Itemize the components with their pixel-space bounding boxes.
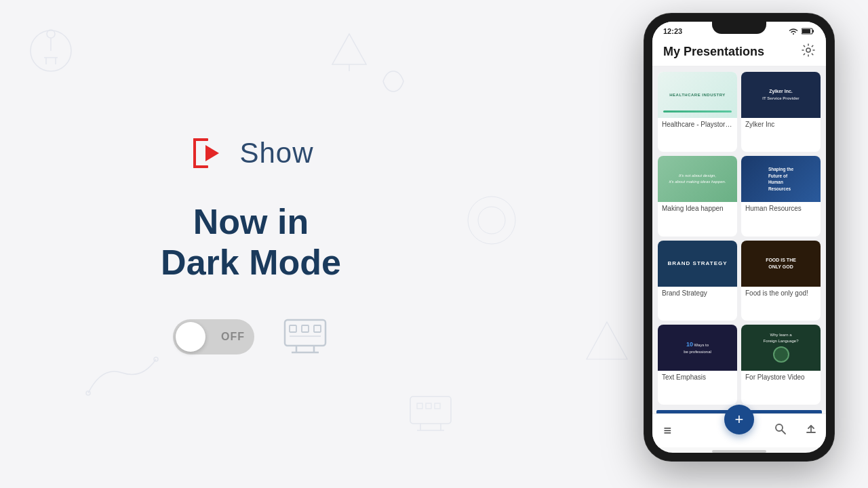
phone-mockup: 12:23 My Presentations (637, 14, 841, 474)
settings-icon[interactable] (802, 43, 815, 60)
app-name: Show (239, 137, 313, 169)
svg-rect-24 (285, 320, 326, 346)
app-title: My Presentations (663, 45, 764, 59)
dark-mode-toggle[interactable]: OFF (173, 319, 254, 354)
svg-rect-20 (193, 138, 196, 168)
svg-rect-33 (812, 30, 814, 33)
thumb-label: HEALTHCARE INDUSTRY (669, 93, 726, 97)
svg-rect-28 (290, 325, 296, 332)
thumb-making-idea: It's not about design,it's about making … (658, 156, 737, 202)
pres-name-4: Human Resources (741, 202, 821, 216)
thumb-label: FOOD IS THEONLY GOD (766, 257, 796, 269)
presentation-item-2[interactable]: Zylker Inc.IT Service Provider Zylker In… (741, 72, 821, 152)
pres-name-2: Zylker Inc (741, 118, 821, 131)
svg-rect-34 (802, 29, 810, 33)
thumb-label: 10 Ways tobe professional (684, 340, 711, 354)
thumb-food: FOOD IS THEONLY GOD (741, 241, 821, 287)
thumb-brand: BRAND STRATEGY (658, 241, 737, 287)
wifi-icon (788, 27, 799, 35)
presentation-item-3[interactable]: It's not about design,it's about making … (658, 156, 737, 236)
presentation-item-8[interactable]: Why learn aForeign Language? For Playsto… (741, 325, 821, 405)
pres-name-7: Text Emphasis (658, 371, 737, 384)
svg-rect-22 (193, 165, 208, 168)
search-icon[interactable] (766, 423, 795, 439)
toggle-knob (176, 322, 205, 352)
svg-marker-23 (205, 145, 219, 161)
status-icons (788, 27, 815, 35)
toggle-area: OFF (173, 317, 329, 357)
pres-name-1: Healthcare - Playstore ... (658, 118, 737, 131)
thumb-playstore: Why learn aForeign Language? (741, 325, 821, 371)
pres-name-8: For Playstore Video (741, 371, 821, 384)
status-time: 12:23 (663, 27, 682, 35)
pres-name-6: Food is the only god! (741, 287, 821, 300)
phone-outer: 12:23 My Presentations (644, 14, 834, 461)
phone-notch (712, 22, 766, 34)
pres-name-5: Brand Strategy (658, 287, 737, 300)
svg-marker-19 (587, 322, 627, 359)
tagline: Now in Dark Mode (161, 202, 341, 283)
svg-rect-21 (193, 138, 208, 141)
monitor-icon (281, 317, 329, 357)
thumb-label: BRAND STRATEGY (667, 260, 727, 266)
upload-icon[interactable] (796, 423, 826, 439)
svg-rect-29 (302, 325, 309, 332)
svg-rect-30 (314, 325, 321, 332)
presentation-item-5[interactable]: BRAND STRATEGY Brand Strategy (658, 241, 737, 321)
svg-line-37 (782, 430, 785, 434)
bottom-nav: ≡ + (652, 413, 826, 447)
pres-name-3: Making Idea happen (658, 202, 737, 216)
home-indicator (712, 450, 766, 453)
presentation-item-7[interactable]: 10 Ways tobe professional Text Emphasis (658, 325, 737, 405)
left-panel: Show Now in Dark Mode OFF (0, 0, 502, 488)
presentation-item-4[interactable]: Shaping theFuture ofHumanResources Human… (741, 156, 821, 236)
battery-icon (802, 27, 815, 35)
thumb-healthcare: HEALTHCARE INDUSTRY (658, 72, 737, 118)
thumb-text-emphasis: 10 Ways tobe professional (658, 325, 737, 371)
logo-icon (188, 131, 231, 175)
logo-area: Show (188, 131, 313, 175)
presentation-item-6[interactable]: FOOD IS THEONLY GOD Food is the only god… (741, 241, 821, 321)
menu-icon[interactable]: ≡ (652, 423, 682, 439)
phone-screen: 12:23 My Presentations (652, 22, 826, 453)
app-header: My Presentations (652, 38, 826, 66)
thumb-human-res: Shaping theFuture ofHumanResources (741, 156, 821, 202)
presentation-item-1[interactable]: HEALTHCARE INDUSTRY Healthcare - Playsto… (658, 72, 737, 152)
presentations-grid: HEALTHCARE INDUSTRY Healthcare - Playsto… (652, 66, 826, 410)
fab-button[interactable]: + (724, 405, 754, 434)
thumb-zylker: Zylker Inc.IT Service Provider (741, 72, 821, 118)
toggle-label: OFF (221, 331, 245, 343)
svg-point-35 (806, 48, 810, 52)
thumb-label: Zylker Inc.IT Service Provider (762, 88, 799, 102)
